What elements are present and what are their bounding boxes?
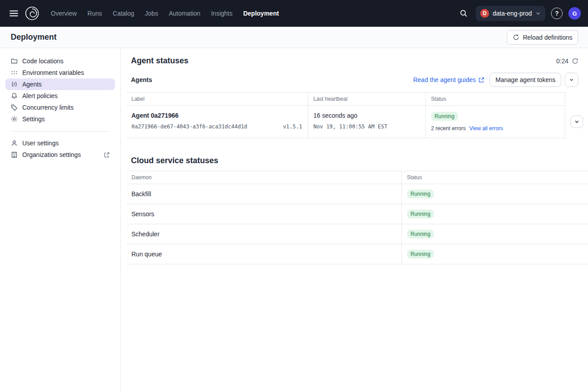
top-navigation: Overview Runs Catalog Jobs Automation In… (0, 0, 588, 27)
nav-item-runs[interactable]: Runs (82, 0, 107, 27)
user-icon (11, 140, 18, 147)
help-icon[interactable]: ? (551, 8, 563, 19)
daemon-row: Sensors Running (126, 204, 588, 224)
organization-icon (11, 151, 18, 158)
sidebar-item-organization-settings[interactable]: Organization settings (0, 149, 120, 161)
sidebar-item-label: Agents (22, 81, 42, 88)
countdown-value: 0:24 (556, 58, 568, 65)
sidebar-item-label: User settings (22, 140, 59, 147)
gear-icon (11, 115, 18, 123)
reload-definitions-button[interactable]: Reload definitions (507, 30, 578, 45)
daemon-name: Sensors (126, 204, 401, 224)
sidebar-item-agents[interactable]: Agents (5, 78, 115, 90)
daemon-name: Backfill (126, 184, 401, 204)
cloud-services-table: Daemon Status Backfill Running Sensors R… (126, 171, 588, 264)
column-header-heartbeat: Last heartbeat (308, 93, 425, 106)
recent-errors-text: 2 recent errors (431, 125, 466, 132)
daemon-row: Run queue Running (126, 244, 588, 264)
status-badge: Running (407, 230, 434, 239)
nav-item-catalog[interactable]: Catalog (107, 0, 139, 27)
column-header-status: Status (401, 171, 588, 184)
view-all-errors-link[interactable]: View all errors (470, 125, 503, 132)
sidebar-item-label: Organization settings (22, 151, 81, 158)
column-header-daemon: Daemon (126, 171, 401, 184)
main-content: Agent statuses 0:24 Agents Read the agen… (121, 48, 588, 391)
topnav-right-controls: D data-eng-prod ? G (457, 6, 581, 21)
tag-icon (11, 104, 18, 111)
search-icon[interactable] (457, 7, 470, 20)
sidebar-item-environment-variables[interactable]: Environment variables (0, 67, 120, 78)
agent-guides-link-label: Read the agent guides (413, 76, 476, 83)
sidebar-divider (11, 131, 110, 132)
manage-agent-tokens-label: Manage agent tokens (495, 76, 555, 83)
status-badge: Running (407, 210, 434, 218)
expand-agent-row-button[interactable] (571, 115, 583, 128)
heartbeat-timestamp: Nov 19, 11:00:55 AM EST (314, 123, 388, 130)
agent-version: v1.5.1 (283, 123, 302, 130)
reload-icon (513, 34, 519, 41)
sidebar-item-code-locations[interactable]: Code locations (0, 55, 120, 67)
nav-item-deployment[interactable]: Deployment (238, 0, 284, 27)
external-link-icon (104, 152, 110, 158)
deployment-badge: D (480, 9, 489, 18)
manage-agent-tokens-button[interactable]: Manage agent tokens (490, 73, 561, 87)
user-avatar[interactable]: G (568, 7, 581, 20)
column-header-status: Status (425, 93, 565, 106)
status-badge: Running (431, 112, 458, 121)
folder-icon (11, 58, 18, 65)
nav-item-automation[interactable]: Automation (163, 0, 206, 27)
agents-table: Label Last heartbeat Status Agent 0a2719… (126, 92, 588, 138)
sidebar-item-alert-policies[interactable]: Alert policies (0, 90, 120, 102)
variables-icon (11, 69, 18, 76)
deployment-sidebar: Code locations Environment variables Age… (0, 48, 121, 391)
refresh-icon[interactable] (572, 58, 578, 64)
status-badge: Running (407, 250, 434, 259)
heartbeat-relative: 16 seconds ago (314, 112, 420, 119)
external-link-icon (478, 77, 484, 83)
cloud-service-statuses-title: Cloud service statuses (131, 156, 578, 165)
bell-icon (11, 92, 18, 99)
daemon-row: Backfill Running (126, 184, 588, 204)
refresh-countdown: 0:24 (556, 58, 578, 65)
column-header-label: Label (126, 93, 308, 106)
agent-name: Agent 0a271966 (131, 112, 302, 119)
sidebar-item-label: Concurrency limits (22, 104, 74, 111)
sidebar-item-user-settings[interactable]: User settings (0, 137, 120, 149)
sidebar-item-settings[interactable]: Settings (0, 113, 120, 125)
agent-row: Agent 0a271966 0a271966-de67-4043-a3f6-a… (126, 106, 588, 138)
deployment-selector[interactable]: D data-eng-prod (476, 6, 545, 21)
chevron-down-icon (535, 11, 541, 16)
deployment-name: data-eng-prod (493, 10, 532, 17)
page-title: Deployment (11, 33, 57, 42)
reload-definitions-label: Reload definitions (523, 34, 572, 41)
menu-icon[interactable] (7, 7, 20, 20)
page-header: Deployment Reload definitions (0, 27, 588, 48)
nav-item-insights[interactable]: Insights (206, 0, 238, 27)
agent-tokens-menu-button[interactable] (565, 73, 578, 87)
agent-statuses-title: Agent statuses (131, 56, 188, 66)
agents-subsection-label: Agents (131, 76, 152, 83)
sidebar-item-label: Settings (22, 115, 45, 123)
agent-id: 0a271966-de67-4043-a3f6-aca31dc44d1d (131, 123, 247, 130)
daemon-name: Run queue (126, 244, 401, 264)
sidebar-item-label: Code locations (22, 58, 64, 65)
daemon-name: Scheduler (126, 224, 401, 244)
agent-icon (11, 81, 18, 88)
sidebar-item-label: Alert policies (22, 92, 57, 99)
nav-item-jobs[interactable]: Jobs (139, 0, 163, 27)
main-nav: Overview Runs Catalog Jobs Automation In… (45, 0, 284, 27)
sidebar-item-concurrency-limits[interactable]: Concurrency limits (0, 102, 120, 113)
status-badge: Running (407, 189, 434, 198)
daemon-row: Scheduler Running (126, 224, 588, 244)
sidebar-item-label: Environment variables (22, 69, 84, 76)
agent-guides-link[interactable]: Read the agent guides (413, 76, 484, 83)
dagster-logo-icon[interactable] (24, 5, 40, 21)
nav-item-overview[interactable]: Overview (45, 0, 82, 27)
